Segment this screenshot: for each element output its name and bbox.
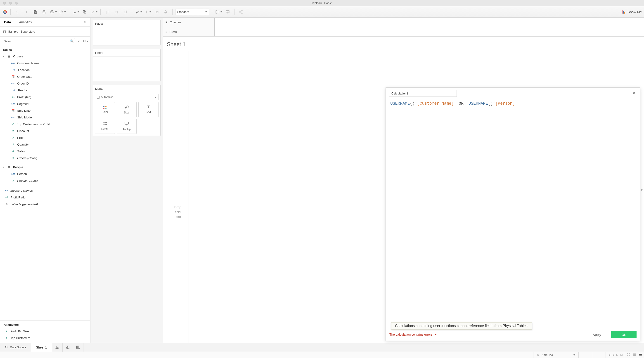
tab-data[interactable]: Data	[0, 18, 15, 26]
ok-button[interactable]: OK	[611, 331, 636, 338]
equals: =	[493, 101, 496, 106]
filter-icon[interactable]	[76, 38, 82, 44]
field-order-date[interactable]: 📅Order Date	[0, 73, 90, 80]
field-profit[interactable]: #Profit	[0, 134, 90, 141]
new-story-tab[interactable]	[73, 343, 84, 352]
label: Profit (bin)	[17, 95, 31, 99]
minimize-window-icon[interactable]	[9, 2, 12, 4]
duplicate-sheet-button[interactable]	[81, 8, 89, 16]
forward-button[interactable]	[22, 8, 30, 16]
svg-rect-36	[627, 355, 628, 356]
tab-analytics[interactable]: Analytics ⇅	[15, 18, 90, 26]
search-input[interactable]	[2, 38, 75, 44]
show-me-icon	[622, 10, 626, 13]
highlight-button[interactable]	[135, 8, 142, 16]
field-latitude[interactable]: ⊕Latitude (generated)	[0, 201, 90, 207]
param-top-customers[interactable]: #Top Customers	[0, 335, 90, 341]
view-mode-icon[interactable]	[83, 38, 88, 44]
rows-shelf[interactable]: ≡Rows	[163, 27, 644, 37]
zoom-window-icon[interactable]	[15, 2, 18, 4]
marks-detail-button[interactable]: Detail	[95, 119, 115, 134]
field-people-count[interactable]: #People (Count)	[0, 177, 90, 184]
new-worksheet-tab[interactable]	[52, 343, 63, 352]
field-ship-mode[interactable]: AbcShip Mode	[0, 114, 90, 121]
table-orders[interactable]: ▾▦Orders	[0, 53, 90, 60]
expand-icon[interactable]: ▶	[641, 188, 643, 191]
sheet-tab-1[interactable]: Sheet 1	[31, 343, 52, 352]
field-segment[interactable]: AbcSegment	[0, 100, 90, 107]
field-customer-name[interactable]: AbcCustomer Name	[0, 60, 90, 66]
field-measure-names[interactable]: AbcMeasure Names	[0, 187, 90, 194]
data-connection[interactable]: Sample - Superstore	[0, 27, 90, 37]
field-product[interactable]: ›✥Product	[0, 87, 90, 94]
sort-asc-button[interactable]	[112, 8, 120, 16]
field-orders-count[interactable]: #Orders (Count)	[0, 155, 90, 161]
field-top-customers-by-profit[interactable]: ⊘Top Customers by Profit	[0, 121, 90, 127]
pause-auto-updates-button[interactable]	[50, 8, 57, 16]
field-location[interactable]: ›✥Location	[0, 66, 90, 73]
param-profit-bin-size[interactable]: #Profit Bin Size	[0, 328, 90, 335]
show-mark-labels-button[interactable]	[153, 8, 160, 16]
label: Size	[124, 111, 129, 114]
sheet-title[interactable]: Sheet 1	[167, 41, 186, 47]
swap-rows-columns-button[interactable]	[103, 8, 111, 16]
prev-sheet-icon[interactable]: ◀	[612, 354, 614, 357]
label: Profit Bin Size	[10, 330, 29, 333]
back-button[interactable]	[13, 8, 21, 16]
calculation-formula-editor[interactable]: USERNAME()=[Customer Name] OR USERNAME()…	[386, 99, 640, 328]
label: Order ID	[17, 82, 29, 85]
canvas[interactable]: Sheet 1 Drop field here ▶ ✕ USERNAME()=[…	[163, 37, 644, 343]
field-order-id[interactable]: AbcOrder ID	[0, 80, 90, 87]
apply-button[interactable]: Apply	[586, 331, 608, 338]
show-me-button[interactable]: Show Me	[622, 10, 642, 14]
pages-shelf[interactable]: Pages	[93, 20, 160, 45]
new-data-source-button[interactable]	[40, 8, 48, 16]
marks-text-button[interactable]: T Text	[138, 102, 158, 117]
sheet-tab-bar: Data Source Sheet 1	[0, 343, 644, 352]
field-person[interactable]: AbcPerson	[0, 170, 90, 177]
first-sheet-icon[interactable]: I◀	[608, 354, 610, 357]
show-hide-cards-button[interactable]	[215, 8, 222, 16]
new-dashboard-tab[interactable]	[63, 343, 73, 352]
marks-size-button[interactable]: Size	[117, 102, 137, 117]
presentation-mode-button[interactable]	[224, 8, 232, 16]
group-button[interactable]	[144, 8, 152, 16]
field-sales[interactable]: #Sales	[0, 148, 90, 155]
field-discount[interactable]: #Discount	[0, 127, 90, 134]
field-quantity[interactable]: #Quantity	[0, 141, 90, 148]
list-view-icon[interactable]	[633, 353, 636, 357]
mark-type-dropdown[interactable]: TAutomatic	[95, 94, 158, 100]
svg-rect-5	[6, 11, 6, 13]
current-user-dropdown[interactable]: Ame Tso	[533, 352, 578, 358]
last-sheet-icon[interactable]: ▶I	[620, 354, 623, 357]
field-profit-ratio[interactable]: =#Profit Ratio	[0, 194, 90, 201]
calculation-name-input[interactable]	[389, 90, 457, 97]
close-button[interactable]: ✕	[631, 90, 637, 96]
updown-icon[interactable]: ⇅	[84, 20, 86, 24]
close-window-icon[interactable]	[3, 2, 6, 4]
new-worksheet-button[interactable]	[72, 8, 80, 16]
search-field[interactable]: 🔍	[2, 38, 75, 44]
save-button[interactable]	[32, 8, 39, 16]
connection-name: Sample - Superstore	[8, 30, 35, 33]
calculation-error-message[interactable]: The calculation contains errors	[390, 333, 437, 336]
sort-desc-button[interactable]	[122, 8, 129, 16]
field-profit-bin[interactable]: .ılı.Profit (bin)	[0, 94, 90, 100]
share-button[interactable]	[237, 8, 245, 16]
table-people[interactable]: ▾▦People	[0, 164, 90, 170]
sp	[464, 101, 468, 106]
pin-button[interactable]	[162, 8, 170, 16]
refresh-button[interactable]	[58, 8, 66, 16]
clear-sheet-button[interactable]	[90, 8, 98, 16]
fit-dropdown[interactable]: Standard	[175, 8, 209, 15]
label: Order Date	[17, 75, 32, 78]
grid-view-icon[interactable]	[627, 353, 630, 357]
marks-tooltip-button[interactable]: Tooltip	[117, 119, 137, 134]
data-source-tab[interactable]: Data Source	[0, 343, 31, 352]
filmstrip-view-icon[interactable]	[638, 353, 642, 357]
filters-shelf[interactable]: Filters	[93, 49, 160, 81]
marks-color-button[interactable]: Color	[95, 102, 115, 117]
next-sheet-icon[interactable]: ▶	[616, 354, 618, 357]
field-ship-date[interactable]: 📅Ship Date	[0, 107, 90, 114]
columns-shelf[interactable]: iiiColumns	[163, 18, 644, 27]
